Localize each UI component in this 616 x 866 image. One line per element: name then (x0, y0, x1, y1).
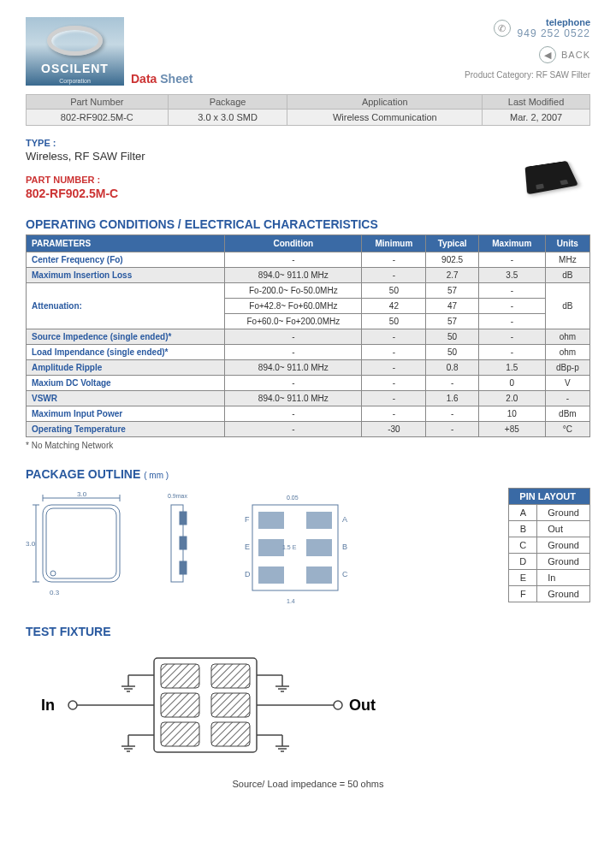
char-cell: 0.8 (426, 360, 479, 376)
char-cell: - (225, 329, 362, 345)
logo-block: OSCILENT Corporation Data Sheet (26, 17, 192, 86)
char-cell: - (225, 345, 362, 360)
char-cell: - (478, 314, 545, 329)
pin-id: A (509, 505, 537, 521)
char-param: Center Frequency (Fo) (27, 252, 225, 268)
svg-rect-61 (161, 693, 199, 717)
char-cell: - (362, 345, 426, 360)
info-application: Wireless Communication (287, 110, 483, 126)
char-cell: - (225, 376, 362, 391)
svg-rect-13 (180, 512, 187, 525)
info-th-package: Package (168, 95, 287, 110)
pin-id: C (509, 537, 537, 554)
char-param: Load Impendance (single ended)* (27, 345, 225, 360)
svg-rect-0 (43, 505, 120, 582)
char-cell: - (478, 299, 545, 314)
char-cell: - (478, 283, 545, 299)
svg-rect-59 (161, 664, 199, 688)
product-category: Product Category: RF SAW Filter (465, 70, 590, 80)
header: OSCILENT Corporation Data Sheet ✆ teleph… (26, 17, 590, 86)
pin-func: Out (537, 521, 590, 537)
svg-rect-14 (180, 537, 187, 549)
char-cell: - (362, 329, 426, 345)
char-param: Maximum Insertion Loss (27, 268, 225, 283)
char-cell: ohm (545, 345, 589, 360)
fixture-diagram: In Out (26, 645, 385, 774)
char-cell: dBp-p (545, 360, 589, 376)
svg-text:0.9max: 0.9max (168, 493, 187, 499)
char-cell: -30 (362, 422, 426, 437)
back-icon[interactable]: ◀ (539, 46, 556, 63)
char-cell: dBm (545, 406, 589, 422)
characteristics-note: * No Matching Network (26, 441, 590, 450)
char-cell: 10 (478, 406, 545, 422)
svg-text:A: A (342, 515, 347, 524)
char-cell: - (545, 391, 589, 406)
char-cell: Fo+42.8~ Fo+60.0MHz (225, 299, 362, 314)
package-outline-top: 3.0 3.0 0.3 (26, 488, 137, 599)
info-partnum: 802-RF902.5M-C (27, 110, 169, 126)
char-cell: dB (545, 268, 589, 283)
package-outline-pads: A B C D E F 0.05 1.5 E 1.4 (231, 488, 359, 608)
telephone-number: 949 252 0522 (518, 27, 590, 39)
char-param: Operating Temperature (27, 422, 225, 437)
pin-header: PIN LAYOUT (509, 489, 590, 505)
char-cell: - (362, 406, 426, 422)
contact-block: ✆ telephone 949 252 0522 ◀ BACK Product … (465, 17, 590, 80)
brand-name: OSCILENT (26, 62, 124, 75)
char-cell: 902.5 (426, 252, 479, 268)
char-th-2: Minimum (362, 235, 426, 252)
svg-text:3.0: 3.0 (77, 490, 87, 498)
svg-text:C: C (342, 570, 348, 578)
phone-icon: ✆ (494, 20, 511, 37)
char-cell: 50 (426, 345, 479, 360)
char-cell: 57 (426, 283, 479, 299)
characteristics-title: OPERATING CONDITIONS / ELECTRICAL CHARAC… (26, 217, 590, 231)
info-table: Part Number Package Application Last Mod… (26, 94, 590, 126)
pin-id: D (509, 554, 537, 570)
svg-rect-20 (258, 539, 284, 556)
char-cell: +85 (478, 422, 545, 437)
char-cell: 894.0~ 911.0 MHz (225, 360, 362, 376)
svg-rect-22 (258, 566, 284, 584)
back-link[interactable]: BACK (561, 50, 590, 60)
char-param: Attenuation: (27, 283, 225, 329)
pin-layout-table: PIN LAYOUT AGroundBOutCGroundDGroundEInF… (508, 488, 590, 602)
svg-rect-60 (211, 664, 250, 688)
svg-text:In: In (41, 697, 55, 714)
partnum-label: PART NUMBER : (26, 175, 590, 185)
char-cell: - (362, 376, 426, 391)
char-cell: Fo-200.0~ Fo-50.0MHz (225, 283, 362, 299)
char-param: Maxium DC Voltage (27, 376, 225, 391)
char-cell: - (478, 345, 545, 360)
pin-func: Ground (537, 554, 590, 570)
char-th-5: Units (545, 235, 589, 252)
svg-rect-15 (180, 561, 187, 574)
brand-corp: Corporation (26, 78, 124, 84)
char-cell: - (478, 252, 545, 268)
svg-text:B: B (342, 543, 347, 551)
datasheet-label: Data Sheet (131, 72, 192, 86)
char-cell: - (362, 360, 426, 376)
char-cell: 50 (426, 329, 479, 345)
svg-point-36 (68, 701, 77, 709)
info-th-partnum: Part Number (27, 95, 169, 110)
char-cell: 894.0~ 911.0 MHz (225, 268, 362, 283)
char-th-3: Typical (426, 235, 479, 252)
info-th-lastmod: Last Modified (483, 95, 590, 110)
fixture-title: TEST FIXTURE (26, 625, 590, 638)
char-units: dB (545, 283, 589, 329)
svg-rect-19 (306, 512, 332, 529)
char-param: VSWR (27, 391, 225, 406)
svg-point-37 (334, 701, 342, 709)
char-cell: - (478, 329, 545, 345)
char-cell: 3.5 (478, 268, 545, 283)
svg-text:F: F (245, 515, 250, 524)
pin-id: F (509, 586, 537, 602)
char-th-4: Maximum (478, 235, 545, 252)
char-cell: 894.0~ 911.0 MHz (225, 391, 362, 406)
svg-text:0.05: 0.05 (287, 495, 299, 501)
fixture-area: In Out Source/ Load impedance = 50 ohms (26, 645, 590, 789)
svg-text:1.5 E: 1.5 E (282, 544, 297, 550)
info-lastmod: Mar. 2, 2007 (483, 110, 590, 126)
